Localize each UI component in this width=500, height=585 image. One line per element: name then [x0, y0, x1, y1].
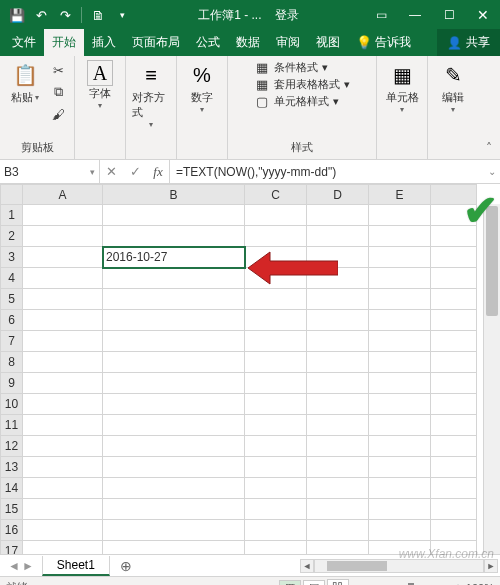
collapse-ribbon-icon[interactable]: ˄: [478, 56, 500, 159]
horizontal-scrollbar[interactable]: ◄►: [142, 559, 500, 573]
group-number: % 数字 ▾: [177, 56, 228, 159]
sheet-tab-bar: ◄ ► Sheet1 ⊕ ◄►: [0, 554, 500, 576]
tab-file[interactable]: 文件: [4, 29, 44, 56]
vertical-scrollbar[interactable]: [483, 204, 500, 554]
row-header[interactable]: 1: [1, 205, 23, 226]
row-header[interactable]: 17: [1, 541, 23, 555]
col-header-b[interactable]: B: [103, 185, 245, 205]
row-header[interactable]: 2: [1, 226, 23, 247]
row-header[interactable]: 5: [1, 289, 23, 310]
tab-tell-me[interactable]: 💡告诉我: [348, 29, 419, 56]
redo-icon[interactable]: ↷: [54, 4, 76, 26]
font-icon: A: [87, 60, 113, 86]
col-header-e[interactable]: E: [369, 185, 431, 205]
row-header[interactable]: 3: [1, 247, 23, 268]
tab-data[interactable]: 数据: [228, 29, 268, 56]
number-button[interactable]: % 数字 ▾: [183, 60, 221, 114]
row-header[interactable]: 14: [1, 478, 23, 499]
quick-access-toolbar: 💾 ↶ ↷ 🗎 ▾: [0, 4, 133, 26]
formula-input[interactable]: =TEXT(NOW(),"yyyy-mm-dd") ⌄: [170, 160, 500, 183]
paste-button[interactable]: 📋 粘贴▾: [6, 60, 44, 105]
view-buttons: ▦ ▣ 凹: [280, 579, 349, 585]
row-header[interactable]: 7: [1, 331, 23, 352]
tab-view[interactable]: 视图: [308, 29, 348, 56]
zoom-in-icon[interactable]: +: [454, 580, 462, 585]
table-format-icon: ▦: [254, 77, 270, 92]
row-header[interactable]: 8: [1, 352, 23, 373]
cell-style-icon: ▢: [254, 94, 270, 109]
cancel-formula-icon[interactable]: ✕: [106, 164, 117, 179]
col-header-a[interactable]: A: [23, 185, 103, 205]
copy-icon[interactable]: ⧉: [48, 82, 68, 102]
cut-icon[interactable]: ✂: [48, 60, 68, 80]
cond-format-icon: ▦: [254, 60, 270, 75]
tab-review[interactable]: 审阅: [268, 29, 308, 56]
format-as-table-button[interactable]: ▦套用表格格式 ▾: [254, 77, 349, 92]
maximize-icon[interactable]: ☐: [432, 0, 466, 30]
minimize-icon[interactable]: ―: [398, 0, 432, 30]
close-icon[interactable]: ✕: [466, 0, 500, 30]
ribbon-options-icon[interactable]: ▭: [364, 0, 398, 30]
row-header[interactable]: 15: [1, 499, 23, 520]
format-painter-icon[interactable]: 🖌: [48, 104, 68, 124]
font-button[interactable]: A 字体 ▾: [81, 60, 119, 110]
cell-styles-button[interactable]: ▢单元格样式 ▾: [254, 94, 349, 109]
tab-insert[interactable]: 插入: [84, 29, 124, 56]
share-button[interactable]: 👤共享: [437, 29, 500, 56]
editing-button[interactable]: ✎ 编辑 ▾: [434, 60, 472, 114]
qat-dropdown-icon[interactable]: ▾: [111, 4, 133, 26]
select-all-corner[interactable]: [1, 185, 23, 205]
row-header[interactable]: 10: [1, 394, 23, 415]
sheet-nav-prev-icon[interactable]: ◄: [8, 559, 20, 573]
namebox-dropdown-icon[interactable]: ▾: [90, 167, 95, 177]
view-page-layout-icon[interactable]: ▣: [303, 580, 325, 585]
view-page-break-icon[interactable]: 凹: [327, 579, 349, 585]
group-label-styles: 样式: [291, 138, 313, 157]
sheet-tab[interactable]: Sheet1: [42, 556, 110, 576]
zoom-level[interactable]: 100%: [466, 582, 494, 586]
row-header[interactable]: 13: [1, 457, 23, 478]
tab-home[interactable]: 开始: [44, 29, 84, 56]
login-link[interactable]: 登录: [275, 8, 299, 22]
row-header[interactable]: 12: [1, 436, 23, 457]
group-alignment: ≡ 对齐方式 ▾: [126, 56, 177, 159]
bulb-icon: 💡: [356, 35, 372, 50]
conditional-format-button[interactable]: ▦条件格式 ▾: [254, 60, 349, 75]
undo-icon[interactable]: ↶: [30, 4, 52, 26]
group-styles: ▦条件格式 ▾ ▦套用表格格式 ▾ ▢单元格样式 ▾ 样式: [228, 56, 377, 159]
fx-icon[interactable]: fx: [153, 164, 162, 180]
group-cells: ▦ 单元格 ▾: [377, 56, 428, 159]
formula-bar: B3▾ ✕ ✓ fx =TEXT(NOW(),"yyyy-mm-dd") ⌄: [0, 160, 500, 184]
group-label-clipboard: 剪贴板: [21, 138, 54, 157]
expand-formula-bar-icon[interactable]: ⌄: [488, 166, 496, 177]
cells-button[interactable]: ▦ 单元格 ▾: [383, 60, 421, 114]
name-box[interactable]: B3▾: [0, 160, 100, 183]
alignment-button[interactable]: ≡ 对齐方式 ▾: [132, 60, 170, 129]
col-header-c[interactable]: C: [245, 185, 307, 205]
col-header-d[interactable]: D: [307, 185, 369, 205]
percent-icon: %: [187, 60, 217, 90]
tab-page-layout[interactable]: 页面布局: [124, 29, 188, 56]
view-normal-icon[interactable]: ▦: [279, 580, 301, 585]
row-header[interactable]: 11: [1, 415, 23, 436]
print-preview-icon[interactable]: 🗎: [87, 4, 109, 26]
row-header[interactable]: 4: [1, 268, 23, 289]
window-controls: ▭ ― ☐ ✕: [364, 0, 500, 30]
editing-icon: ✎: [438, 60, 468, 90]
sheet-nav-next-icon[interactable]: ►: [22, 559, 34, 573]
cell-b3[interactable]: 2016-10-27: [103, 247, 245, 268]
share-icon: 👤: [447, 36, 462, 50]
tab-formulas[interactable]: 公式: [188, 29, 228, 56]
ribbon: 📋 粘贴▾ ✂ ⧉ 🖌 剪贴板 A 字体 ▾ ≡ 对齐方式 ▾ %: [0, 56, 500, 160]
paste-icon: 📋: [10, 60, 40, 90]
row-header[interactable]: 16: [1, 520, 23, 541]
accept-formula-icon[interactable]: ✓: [130, 164, 141, 179]
save-icon[interactable]: 💾: [6, 4, 28, 26]
cells-icon: ▦: [387, 60, 417, 90]
row-header[interactable]: 9: [1, 373, 23, 394]
worksheet-grid[interactable]: A B C D E 1 2 32016-10-27 4 5 6 7 8 9 10…: [0, 184, 500, 554]
add-sheet-icon[interactable]: ⊕: [110, 558, 142, 574]
row-header[interactable]: 6: [1, 310, 23, 331]
group-editing: ✎ 编辑 ▾: [428, 56, 478, 159]
zoom-out-icon[interactable]: −: [359, 580, 367, 585]
